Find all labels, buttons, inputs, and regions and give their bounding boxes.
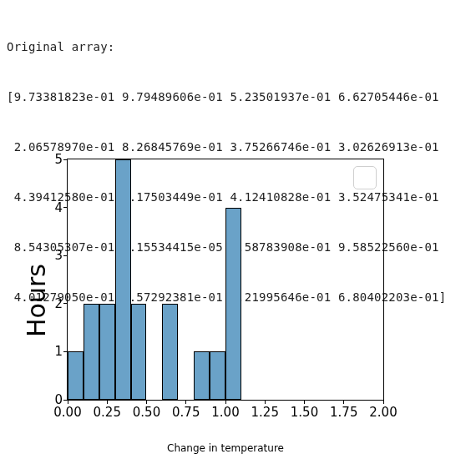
y-tick-mark — [63, 207, 68, 208]
x-tick-label: 2.00 — [369, 405, 397, 420]
y-tick-mark — [63, 351, 68, 352]
x-tick-label: 1.00 — [211, 405, 239, 420]
x-tick-mark — [383, 400, 384, 404]
x-tick-label: 0.25 — [94, 405, 121, 420]
x-tick-label: 0.50 — [133, 405, 160, 420]
y-tick-mark — [63, 255, 68, 256]
x-tick-label: 0.00 — [53, 405, 81, 420]
histogram-bar — [194, 351, 210, 400]
y-tick-label: 3 — [38, 248, 63, 263]
x-tick-label: 1.50 — [291, 405, 318, 420]
histogram-bar — [210, 351, 225, 400]
histogram-bar — [68, 351, 84, 400]
x-tick-mark — [304, 400, 305, 404]
x-tick-label: 0.75 — [172, 405, 200, 420]
y-tick-label: 4 — [38, 200, 63, 215]
page-root: Original array: [9.73381823e-01 9.794896… — [0, 0, 476, 459]
x-tick-mark — [107, 400, 108, 404]
x-tick-mark — [68, 400, 68, 404]
x-tick-mark — [225, 400, 226, 404]
chart: Hours 012345 0.000.250.500.751.001.251.5… — [25, 150, 426, 451]
histogram-bar — [225, 208, 241, 400]
histogram-bar — [162, 304, 178, 400]
histogram-bar — [115, 159, 131, 400]
x-axis-label: Change in temperature — [25, 442, 426, 454]
y-tick-label: 5 — [38, 152, 63, 167]
plot-area: 012345 0.000.250.500.751.001.251.501.752… — [67, 159, 384, 401]
y-tick-label: 2 — [38, 296, 63, 311]
histogram-bar — [99, 304, 115, 400]
x-tick-label: 1.75 — [330, 405, 357, 420]
x-tick-label: 1.25 — [251, 405, 279, 420]
y-tick-mark — [63, 159, 68, 160]
y-tick-label: 1 — [38, 344, 63, 359]
bars-container — [68, 159, 383, 400]
x-tick-mark — [185, 400, 186, 404]
x-tick-mark — [265, 400, 266, 404]
x-tick-mark — [343, 400, 344, 404]
y-tick-mark — [63, 303, 68, 304]
histogram-bar — [84, 304, 99, 400]
histogram-bar — [131, 304, 147, 400]
x-tick-mark — [146, 400, 147, 404]
array-row-0: [9.73381823e-01 9.79489606e-01 5.2350193… — [7, 88, 446, 105]
array-title: Original array: — [7, 38, 446, 55]
